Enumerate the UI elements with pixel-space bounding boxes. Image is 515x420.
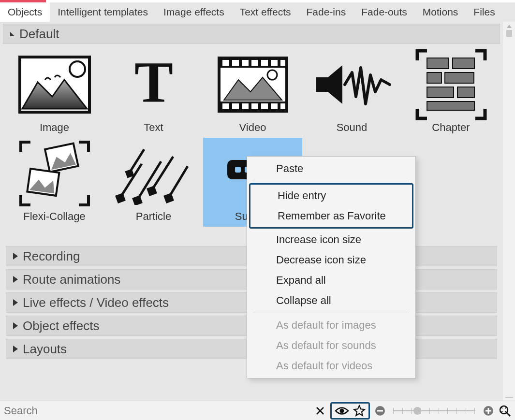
- ctx-remember-favorite[interactable]: Remember as Favorite: [250, 206, 412, 226]
- toggle-favorite-button[interactable]: [353, 403, 366, 419]
- svg-line-37: [171, 166, 188, 194]
- svg-rect-27: [427, 101, 474, 110]
- zoom-in-button[interactable]: [480, 403, 497, 419]
- ctx-default-sounds: As default for sounds: [247, 335, 415, 356]
- object-item-label: Chapter: [432, 121, 470, 134]
- object-item-label: Flexi-Collage: [23, 210, 85, 223]
- minus-circle-icon: [375, 406, 385, 416]
- object-item-video[interactable]: Video: [203, 49, 302, 138]
- svg-rect-14: [232, 103, 239, 109]
- ctx-paste[interactable]: Paste: [247, 159, 415, 179]
- tab-objects[interactable]: Objects: [0, 2, 50, 22]
- chevron-right-icon: [13, 322, 18, 329]
- tab-bar: Objects Intelligent templates Image effe…: [0, 2, 515, 22]
- object-item-label: Sound: [337, 121, 368, 134]
- object-item-label: Video: [239, 121, 266, 134]
- flexi-collage-icon: [16, 140, 93, 207]
- scroll-up-icon: [507, 25, 512, 28]
- svg-rect-19: [280, 103, 285, 109]
- svg-rect-11: [271, 60, 278, 66]
- svg-rect-45: [377, 410, 383, 411]
- ctx-expand-all[interactable]: Expand all: [247, 270, 415, 290]
- svg-rect-6: [222, 60, 229, 66]
- tab-image-effects[interactable]: Image effects: [156, 2, 232, 22]
- chevron-right-icon: [13, 253, 18, 260]
- svg-point-20: [267, 70, 277, 80]
- object-item-particle[interactable]: Particle: [104, 138, 203, 227]
- svg-rect-32: [133, 197, 141, 204]
- svg-rect-38: [126, 171, 132, 177]
- svg-rect-9: [251, 60, 258, 66]
- svg-rect-30: [117, 194, 124, 202]
- svg-text:T: T: [134, 56, 173, 114]
- tab-fade-outs[interactable]: Fade-outs: [353, 2, 415, 22]
- svg-rect-10: [261, 60, 268, 66]
- ctx-hide-entry[interactable]: Hide entry: [250, 186, 412, 206]
- svg-rect-8: [242, 60, 249, 66]
- chevron-right-icon: [13, 299, 18, 306]
- svg-point-49: [500, 406, 508, 414]
- object-item-text[interactable]: T Text: [104, 49, 203, 138]
- svg-rect-17: [261, 103, 268, 109]
- sound-icon: [313, 51, 391, 118]
- svg-rect-25: [427, 87, 454, 98]
- search-input[interactable]: [0, 401, 312, 420]
- magnifier-expand-icon: [499, 405, 511, 417]
- chevron-right-icon: [13, 346, 18, 352]
- tab-files[interactable]: Files: [466, 2, 502, 22]
- svg-rect-15: [242, 103, 249, 109]
- svg-line-35: [154, 157, 173, 187]
- scroll-track-end: [505, 397, 513, 398]
- clear-search-button[interactable]: [312, 403, 328, 419]
- zoom-fit-button[interactable]: [497, 403, 513, 419]
- plus-circle-icon: [483, 406, 494, 416]
- object-item-image[interactable]: Image: [5, 49, 104, 138]
- section-title: Recording: [23, 249, 80, 264]
- object-item-label: Particle: [136, 210, 171, 223]
- tab-fade-ins[interactable]: Fade-ins: [299, 2, 354, 22]
- object-item-sound[interactable]: Sound: [302, 49, 401, 138]
- object-item-label: Image: [40, 121, 69, 134]
- scrollbar[interactable]: [503, 22, 515, 401]
- tab-motions[interactable]: Motions: [415, 2, 466, 22]
- image-icon: [16, 51, 93, 118]
- zoom-slider[interactable]: [393, 409, 475, 412]
- tab-text-effects[interactable]: Text effects: [232, 2, 299, 22]
- zoom-thumb[interactable]: [413, 407, 421, 415]
- object-item-flexi-collage[interactable]: Flexi-Collage: [5, 138, 104, 227]
- eye-icon: [335, 406, 349, 416]
- svg-rect-18: [271, 103, 278, 109]
- scroll-thumb[interactable]: [506, 30, 512, 37]
- ctx-separator: [253, 181, 410, 181]
- visibility-favorite-group: [330, 402, 370, 420]
- object-item-chapter[interactable]: Chapter: [401, 49, 500, 138]
- svg-rect-13: [222, 103, 229, 109]
- svg-line-50: [507, 413, 510, 416]
- section-title: Object effects: [23, 319, 100, 333]
- svg-rect-26: [457, 87, 474, 98]
- text-icon: T: [115, 51, 192, 118]
- ctx-increase-icon[interactable]: Increase icon size: [247, 230, 415, 250]
- svg-rect-24: [445, 72, 474, 83]
- svg-rect-21: [427, 58, 449, 69]
- ctx-decrease-icon[interactable]: Decrease icon size: [247, 250, 415, 270]
- ctx-highlight-group: Hide entry Remember as Favorite: [249, 183, 413, 229]
- zoom-out-button[interactable]: [372, 403, 388, 419]
- particle-icon: [115, 140, 192, 207]
- svg-rect-22: [453, 58, 474, 69]
- star-icon: [353, 405, 366, 417]
- svg-rect-23: [427, 72, 441, 83]
- chapter-icon: [412, 51, 490, 118]
- toggle-visibility-button[interactable]: [335, 403, 349, 419]
- ctx-collapse-all[interactable]: Collapse all: [247, 290, 415, 311]
- tab-intelligent-templates[interactable]: Intelligent templates: [50, 2, 156, 22]
- chevron-down-icon: [10, 32, 15, 36]
- section-header-default[interactable]: Default: [3, 24, 500, 44]
- svg-rect-7: [232, 60, 239, 66]
- section-title: Live effects / Video effects: [23, 295, 169, 310]
- object-item-label: Text: [144, 121, 163, 134]
- close-icon: [315, 406, 325, 416]
- ctx-separator: [253, 313, 410, 313]
- video-icon: [214, 51, 292, 118]
- svg-rect-41: [235, 167, 241, 173]
